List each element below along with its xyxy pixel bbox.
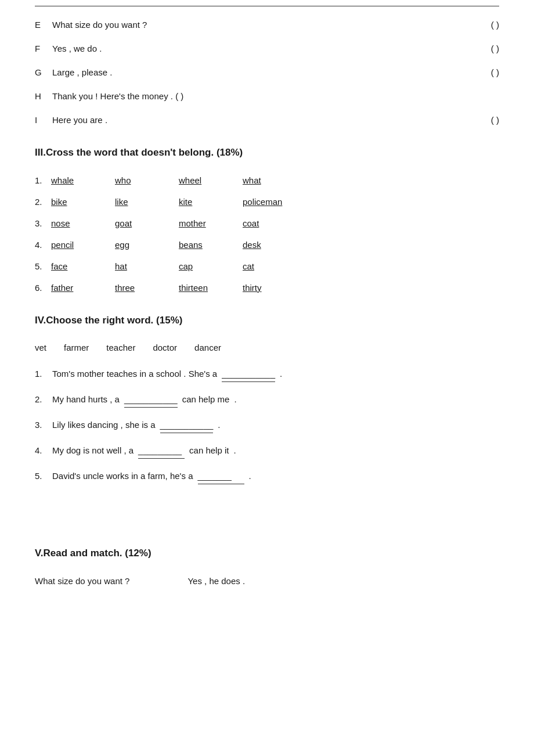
word-row-2: 2. bike like kite policeman bbox=[35, 194, 499, 210]
fill-num-4: 4. bbox=[35, 442, 48, 458]
word-num-5: 5. bbox=[35, 258, 51, 274]
letter-f: F bbox=[35, 41, 48, 56]
word-num-4: 4. bbox=[35, 237, 51, 253]
word-row-1: 1. whale who wheel what bbox=[35, 172, 499, 188]
fill-blank-1: ___________ bbox=[222, 366, 275, 382]
fill-num-3: 3. bbox=[35, 417, 48, 433]
word-2-col3: kite bbox=[179, 194, 243, 210]
top-divider bbox=[35, 6, 499, 6]
letter-row-f: F Yes , we do . ( ) bbox=[35, 41, 499, 56]
word-num-6: 6. bbox=[35, 280, 51, 296]
word-row-4: 4. pencil egg beans desk bbox=[35, 237, 499, 253]
word-6-col2: three bbox=[115, 280, 179, 296]
fill-text-5a: David's uncle works in a farm, he's a bbox=[52, 468, 193, 484]
word-4-col4: desk bbox=[243, 237, 306, 253]
fill-sentence-2: 2. My hand hurts , a ___________ can hel… bbox=[35, 391, 499, 408]
letter-e: E bbox=[35, 17, 48, 33]
fill-mid-4: can help it bbox=[189, 442, 229, 458]
word-3-col4: coat bbox=[243, 215, 306, 231]
fill-num-5: 5. bbox=[35, 468, 48, 484]
word-bank: vet farmer teacher doctor dancer bbox=[35, 340, 499, 355]
word-1-col2: who bbox=[115, 172, 179, 188]
fill-end-3: . bbox=[218, 417, 220, 433]
word-row-3: 3. nose goat mother coat bbox=[35, 215, 499, 231]
fill-sentence-4: 4. My dog is not well , a _________ can … bbox=[35, 442, 499, 459]
word-5-col2: hat bbox=[115, 258, 179, 274]
fill-text-1a: Tom's mother teaches in a school . She's… bbox=[52, 366, 217, 381]
fill-text-2a: My hand hurts , a bbox=[52, 391, 120, 407]
letter-row-e: E What size do you want ? ( ) bbox=[35, 17, 499, 33]
match-right-1: Yes , he does . bbox=[187, 573, 245, 589]
word-5-col1: face bbox=[51, 258, 115, 274]
letter-i: I bbox=[35, 112, 48, 128]
fill-end-5: . bbox=[249, 468, 251, 484]
word-3-col3: mother bbox=[179, 215, 243, 231]
fill-blank-3: ___________ bbox=[160, 417, 214, 433]
fill-text-3a: Lily likes dancing , she is a bbox=[52, 417, 156, 433]
letter-g: G bbox=[35, 64, 48, 80]
spacer bbox=[35, 494, 499, 528]
word-bank-item-dancer: dancer bbox=[194, 340, 221, 355]
word-num-1: 1. bbox=[35, 172, 51, 188]
fill-num-1: 1. bbox=[35, 366, 48, 381]
word-4-col1: pencil bbox=[51, 237, 115, 253]
fill-sentence-5: 5. David's uncle works in a farm, he's a… bbox=[35, 468, 499, 484]
match-row-1: What size do you want ? Yes , he does . bbox=[35, 573, 499, 589]
word-bank-item-teacher: teacher bbox=[106, 340, 135, 355]
word-6-col4: thirty bbox=[243, 280, 306, 296]
letter-f-text: Yes , we do . bbox=[52, 41, 460, 56]
word-2-col2: like bbox=[115, 194, 179, 210]
fill-end-2: . bbox=[234, 391, 236, 407]
letter-h: H bbox=[35, 88, 48, 104]
letter-e-parens: ( ) bbox=[464, 17, 499, 33]
word-num-3: 3. bbox=[35, 215, 51, 231]
letter-i-text: Here you are . bbox=[52, 112, 460, 128]
word-num-2: 2. bbox=[35, 194, 51, 210]
letter-row-g: G Large , please . ( ) bbox=[35, 64, 499, 80]
word-bank-item-farmer: farmer bbox=[64, 340, 89, 355]
letter-i-parens: ( ) bbox=[464, 112, 499, 128]
word-row-6: 6. father three thirteen thirty bbox=[35, 280, 499, 296]
word-6-col1: father bbox=[51, 280, 115, 296]
section4-title: IV.Choose the right word. (15%) bbox=[35, 312, 499, 330]
letter-e-text: What size do you want ? bbox=[52, 17, 460, 33]
fill-num-2: 2. bbox=[35, 391, 48, 407]
word-2-col1: bike bbox=[51, 194, 115, 210]
word-4-col3: beans bbox=[179, 237, 243, 253]
letter-items-section: E What size do you want ? ( ) F Yes , we… bbox=[35, 17, 499, 128]
word-1-col1: whale bbox=[51, 172, 115, 188]
word-1-col3: wheel bbox=[179, 172, 243, 188]
word-5-col3: cap bbox=[179, 258, 243, 274]
fill-sentence-1: 1. Tom's mother teaches in a school . Sh… bbox=[35, 366, 499, 382]
letter-g-text: Large , please . bbox=[52, 64, 460, 80]
fill-blank-5: _______ bbox=[198, 468, 244, 484]
word-3-col1: nose bbox=[51, 215, 115, 231]
letter-row-h: H Thank you ! Here's the money . ( ) bbox=[35, 88, 499, 104]
word-2-col4: policeman bbox=[243, 194, 306, 210]
word-bank-item-vet: vet bbox=[35, 340, 46, 355]
word-row-5: 5. face hat cap cat bbox=[35, 258, 499, 274]
letter-f-parens: ( ) bbox=[464, 41, 499, 56]
letter-row-i: I Here you are . ( ) bbox=[35, 112, 499, 128]
section5-title: V.Read and match. (12%) bbox=[35, 545, 499, 563]
word-1-col4: what bbox=[243, 172, 306, 188]
word-4-col2: egg bbox=[115, 237, 179, 253]
fill-sentence-3: 3. Lily likes dancing , she is a _______… bbox=[35, 417, 499, 433]
fill-end-4: . bbox=[233, 442, 236, 458]
fill-blank-2: ___________ bbox=[124, 391, 178, 408]
section3-title: III.Cross the word that doesn't belong. … bbox=[35, 144, 499, 162]
letter-g-parens: ( ) bbox=[464, 64, 499, 80]
word-bank-item-doctor: doctor bbox=[153, 340, 177, 355]
fill-blank-4: _________ bbox=[138, 442, 185, 459]
word-5-col4: cat bbox=[243, 258, 306, 274]
letter-h-text: Thank you ! Here's the money . ( ) bbox=[52, 88, 499, 104]
word-grid: 1. whale who wheel what 2. bike like kit… bbox=[35, 172, 499, 296]
fill-mid-2: can help me bbox=[182, 391, 230, 407]
match-left-1: What size do you want ? bbox=[35, 573, 129, 589]
word-3-col2: goat bbox=[115, 215, 179, 231]
fill-text-4a: My dog is not well , a bbox=[52, 442, 134, 458]
fill-end-1: . bbox=[280, 366, 282, 381]
word-6-col3: thirteen bbox=[179, 280, 243, 296]
